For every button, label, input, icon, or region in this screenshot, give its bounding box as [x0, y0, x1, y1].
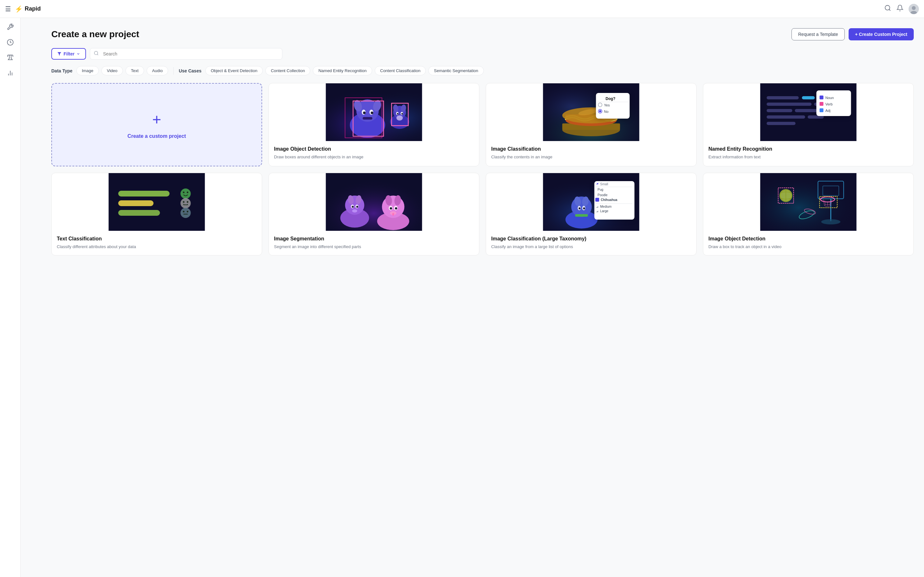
svg-text:Chihuahua: Chihuahua [601, 198, 618, 201]
sidebar-icon-activity[interactable] [4, 36, 17, 49]
menu-icon[interactable]: ☰ [5, 5, 11, 13]
card-title-ner: Named Entity Recognition [708, 146, 908, 152]
filter-tag-text[interactable]: Text [126, 66, 144, 75]
svg-point-0 [885, 5, 890, 10]
filter-tag-content-classification[interactable]: Content Classification [375, 66, 426, 75]
svg-point-20 [371, 111, 373, 114]
project-grid: + Create a custom project [51, 83, 914, 255]
card-image-classification-img: Dog? Yes No [486, 83, 696, 141]
request-template-button[interactable]: Request a Template [792, 28, 845, 40]
card-desc-image-object-detection: Draw boxes around different objects in a… [274, 154, 474, 160]
svg-rect-118 [575, 214, 588, 217]
svg-rect-59 [767, 109, 792, 112]
search-input[interactable] [90, 48, 282, 60]
card-desc-image-classification-large: Classify an image from a large list of o… [491, 243, 691, 250]
card-image-object-detection-video[interactable]: Image Object Detection Draw a box to tra… [703, 173, 914, 255]
filter-divider [173, 67, 174, 75]
plus-icon: + [152, 111, 161, 128]
sidebar-icon-chart[interactable] [4, 67, 17, 79]
search-wrap [90, 48, 282, 60]
svg-point-34 [397, 115, 403, 121]
card-image-classification-large[interactable]: Small Pug Poodle Chihuahua Medium Large … [486, 173, 696, 255]
svg-rect-73 [118, 200, 153, 206]
create-custom-project-card[interactable]: + Create a custom project [51, 83, 262, 166]
svg-text:Noun: Noun [825, 96, 834, 100]
filter-tag-object-event[interactable]: Object & Event Detection [205, 66, 263, 75]
main-content: Create a new project Request a Template … [41, 18, 924, 577]
svg-text:Small: Small [600, 182, 608, 186]
svg-point-3 [912, 6, 916, 10]
svg-line-1 [889, 9, 890, 11]
page-title: Create a new project [51, 29, 139, 39]
logo: ⚡ Rapid [15, 5, 41, 13]
svg-point-137 [821, 219, 841, 224]
card-title-image-object-detection-video: Image Object Detection [708, 236, 908, 242]
sidebar-icon-tools[interactable] [4, 21, 17, 33]
sidebar-icon-lab[interactable] [4, 51, 17, 64]
svg-text:Poodle: Poodle [598, 193, 608, 197]
card-image-object-detection-img [269, 83, 479, 141]
filter-tag-semantic-segmentation[interactable]: Semantic Segmentation [428, 66, 483, 75]
card-body-image-object-detection-video: Image Object Detection Draw a box to tra… [703, 231, 913, 255]
logo-icon: ⚡ [15, 5, 23, 13]
card-title-text-classification: Text Classification [57, 236, 257, 242]
svg-point-19 [363, 111, 366, 114]
svg-rect-21 [363, 117, 373, 119]
svg-point-80 [187, 201, 188, 203]
card-body-ner: Named Entity Recognition Extract informa… [703, 141, 913, 165]
svg-rect-55 [802, 96, 815, 99]
svg-point-86 [187, 211, 188, 213]
use-cases-label: Use Cases [179, 68, 202, 73]
card-title-image-segmentation: Image Segmentation [274, 236, 474, 242]
svg-rect-133 [760, 173, 857, 231]
card-image-object-detection[interactable]: Image Object Detection Draw boxes around… [268, 83, 479, 166]
svg-rect-60 [795, 109, 817, 112]
svg-point-111 [572, 197, 592, 217]
svg-point-97 [357, 206, 359, 208]
svg-point-78 [181, 198, 191, 208]
filter-label: Filter [63, 51, 74, 56]
svg-marker-9 [57, 52, 61, 56]
filter-tag-audio[interactable]: Audio [147, 66, 168, 75]
filter-tag-ner[interactable]: Named Entity Recognition [313, 66, 372, 75]
search-icon[interactable] [884, 5, 891, 13]
card-image-object-detection-video-img [703, 173, 913, 231]
card-body-image-object-detection: Image Object Detection Draw boxes around… [269, 141, 479, 165]
bell-icon[interactable] [897, 5, 903, 13]
svg-rect-57 [767, 103, 812, 106]
card-named-entity-recognition[interactable]: Noun Verb Adj Named Entity Recognition E… [703, 83, 914, 166]
card-title-image-object-detection: Image Object Detection [274, 146, 474, 152]
filter-tag-video[interactable]: Video [102, 66, 123, 75]
svg-rect-69 [820, 108, 824, 112]
card-body-text-classification: Text Classification Classify different a… [52, 231, 262, 255]
logo-text: Rapid [25, 5, 41, 12]
avatar[interactable] [909, 4, 919, 14]
svg-text:Pug: Pug [598, 188, 604, 191]
card-image-segmentation[interactable]: Image Segmentation Segment an image into… [268, 173, 479, 255]
filter-button[interactable]: Filter [51, 48, 86, 60]
card-image-classification[interactable]: Dog? Yes No Image Classification Classif… [486, 83, 696, 166]
data-type-label: Data Type [51, 68, 73, 73]
filter-tag-content-collection[interactable]: Content Collection [265, 66, 310, 75]
card-text-classification-img [52, 173, 262, 231]
filter-tag-image[interactable]: Image [76, 66, 99, 75]
svg-point-106 [395, 207, 397, 210]
card-desc-image-object-detection-video: Draw a box to track an object in a video [708, 243, 908, 250]
card-text-classification[interactable]: Text Classification Classify different a… [51, 173, 262, 255]
svg-point-105 [390, 207, 392, 210]
svg-rect-65 [820, 95, 824, 99]
card-desc-text-classification: Classify different attributes about your… [57, 243, 257, 250]
sidebar [0, 0, 21, 577]
create-custom-button[interactable]: + Create Custom Project [849, 28, 914, 40]
card-image-segmentation-img [269, 173, 479, 231]
card-body-image-classification: Image Classification Classify the conten… [486, 141, 696, 165]
card-image-classification-large-img: Small Pug Poodle Chihuahua Medium Large [486, 173, 696, 231]
svg-rect-124 [596, 198, 599, 201]
svg-point-96 [352, 206, 354, 208]
topnav: ☰ ⚡ Rapid [0, 0, 924, 18]
card-title-image-classification-large: Image Classification (Large Taxonomy) [491, 236, 691, 242]
svg-rect-61 [767, 115, 805, 119]
svg-text:Verb: Verb [825, 102, 833, 106]
svg-point-85 [183, 211, 184, 213]
svg-point-30 [401, 113, 403, 115]
